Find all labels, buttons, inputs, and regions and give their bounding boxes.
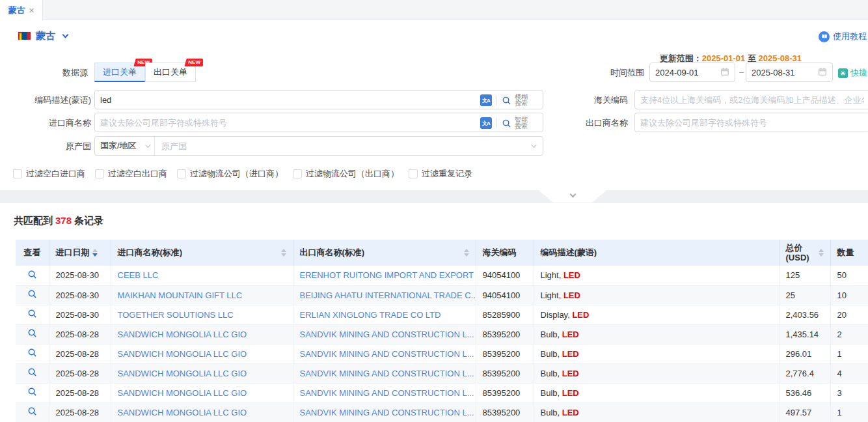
led-highlight: LED — [562, 388, 579, 398]
col-exporter[interactable]: 出口商名称(标准) — [293, 240, 476, 266]
search-icon — [502, 96, 511, 106]
cell-total: 536.46 — [779, 383, 830, 402]
importer-link[interactable]: SANDWICH MONGOLIA LLC GIO — [118, 349, 247, 359]
exporter-link[interactable]: SANDVIK MINING AND CONSTRUCTION L... — [300, 388, 474, 398]
led-highlight: LED — [563, 290, 580, 300]
cell-date: 2025-08-28 — [49, 363, 111, 383]
checkbox[interactable] — [293, 169, 302, 178]
importer-link[interactable]: SANDWICH MONGOLIA LLC GIO — [118, 369, 247, 378]
exporter-link[interactable]: ERENHOT RUITONG IMPORT AND EXPORT ... — [300, 270, 476, 280]
filter-checkboxes: 过滤空白进口商 过滤空白出口商 过滤物流公司（进口商） 过滤物流公司（出口商） … — [13, 168, 472, 180]
checkbox[interactable] — [177, 169, 186, 178]
importer-link[interactable]: SANDWICH MONGOLIA LLC GIO — [118, 388, 247, 398]
end-date-input[interactable]: 2025-08-31 — [746, 63, 833, 82]
exporter-link[interactable]: SANDVIK MINING AND CONSTRUCTION L... — [300, 408, 474, 417]
exporter-link[interactable]: BEIJING AHATU INTERNATIONAL TRADE C... — [300, 290, 476, 300]
close-icon[interactable]: × — [29, 6, 34, 15]
exporter-link[interactable]: ERLIAN XINGLONG TRADE CO LTD — [300, 310, 441, 320]
view-record-button[interactable] — [27, 387, 37, 397]
view-record-button[interactable] — [27, 328, 37, 338]
cell-date: 2025-08-30 — [49, 266, 111, 285]
translate-icon[interactable]: 文A — [480, 117, 492, 129]
hs-code-input[interactable] — [634, 90, 868, 109]
checkbox-blank-importer[interactable]: 过滤空白进口商 — [13, 168, 85, 180]
tab-export-declarations[interactable]: 出口关单 NEW — [145, 63, 196, 82]
cell-total: 1,435.14 — [779, 324, 830, 344]
col-importer[interactable]: 进口商名称(标准) — [111, 240, 293, 266]
sort-icon[interactable] — [464, 249, 469, 257]
importer-link[interactable]: TOGETHER SOLUTIONS LLC — [118, 310, 234, 320]
smart-search-label: 智能搜索 — [515, 117, 529, 130]
results-table: 查看 进口日期 进口商名称(标准) — [16, 240, 868, 422]
importer-link[interactable]: MAIKHAN MOUNTAIN GIFT LLC — [118, 290, 243, 300]
col-import-date[interactable]: 进口日期 — [49, 240, 111, 266]
origin-region-select[interactable]: 国家/地区 — [95, 137, 155, 155]
translate-icon[interactable]: 文A — [480, 94, 492, 106]
importer-link[interactable]: CEEB LLC — [118, 270, 159, 280]
tab-mongolia[interactable]: 蒙古 × — [0, 0, 43, 20]
checkbox[interactable] — [13, 169, 22, 178]
date-separator: – — [739, 67, 744, 77]
fuzzy-search-button[interactable]: 模糊搜索 — [502, 94, 529, 107]
checkbox[interactable] — [409, 169, 418, 178]
checkbox-blank-exporter[interactable]: 过滤空白出口商 — [95, 168, 167, 180]
cell-desc: Bulb, LED — [534, 383, 779, 402]
cell-total: 497.57 — [779, 402, 830, 422]
exporter-link[interactable]: SANDVIK MINING AND CONSTRUCTION L... — [300, 330, 474, 339]
view-record-button[interactable] — [27, 309, 37, 318]
mongolia-flag-icon — [18, 31, 31, 40]
new-badge: NEW — [184, 59, 203, 66]
importer-input[interactable] — [94, 113, 543, 132]
smart-search-button[interactable]: 智能搜索 — [502, 117, 529, 130]
col-qty: 数量 — [830, 240, 868, 266]
importer-link[interactable]: SANDWICH MONGOLIA LLC GIO — [118, 408, 247, 417]
cell-desc: Display, LED — [534, 305, 779, 324]
sort-icon[interactable] — [819, 249, 824, 257]
data-source-label: 数据源 — [0, 67, 88, 79]
origin-input[interactable] — [155, 141, 531, 151]
checkbox-logistics-exporter[interactable]: 过滤物流公司（出口商） — [293, 168, 399, 180]
checkbox-duplicate-records[interactable]: 过滤重复记录 — [409, 168, 472, 180]
view-record-button[interactable] — [27, 289, 37, 299]
view-record-button[interactable] — [27, 270, 37, 279]
chevron-down-icon[interactable] — [62, 32, 69, 38]
exporter-input[interactable] — [634, 113, 868, 132]
data-source-tabs: 进口关单 NEW 出口关单 NEW — [94, 63, 196, 82]
view-record-button[interactable] — [27, 348, 37, 358]
cell-qty: 10 — [830, 285, 868, 305]
code-desc-input-icons: 文A 模糊搜索 — [480, 94, 529, 107]
quick-select-icon — [838, 68, 848, 78]
table-row: 2025-08-28 SANDWICH MONGOLIA LLC GIO SAN… — [16, 344, 868, 363]
sort-icon[interactable] — [92, 249, 98, 257]
start-date-input[interactable]: 2024-09-01 — [649, 63, 735, 82]
sort-icon[interactable] — [281, 249, 286, 257]
update-range-to-word: 至 — [748, 53, 756, 63]
cell-total: 2,403.56 — [779, 305, 830, 324]
result-count-line: 共匹配到378条记录 — [14, 215, 103, 227]
code-desc-input[interactable] — [94, 90, 543, 109]
view-record-button[interactable] — [27, 406, 37, 416]
view-record-button[interactable] — [27, 367, 37, 377]
checkbox[interactable] — [95, 169, 104, 178]
quick-select-link[interactable]: 快捷 — [838, 67, 867, 79]
table-row: 2025-08-30 MAIKHAN MOUNTAIN GIFT LLC BEI… — [16, 285, 868, 305]
cell-total: 25 — [779, 285, 830, 305]
cell-desc: Bulb, LED — [534, 344, 779, 363]
table-row: 2025-08-30 TOGETHER SOLUTIONS LLC ERLIAN… — [16, 305, 868, 324]
cell-hs-code: 85395200 — [476, 344, 534, 363]
time-range-label: 时间范围 — [586, 67, 644, 79]
col-total-usd[interactable]: 总价 (USD) — [779, 240, 830, 266]
exporter-link[interactable]: SANDVIK MINING AND CONSTRUCTION L... — [300, 349, 474, 359]
result-suffix: 条记录 — [74, 215, 103, 226]
importer-link[interactable]: SANDWICH MONGOLIA LLC GIO — [118, 330, 247, 339]
tutorial-link[interactable]: 使用教程 — [819, 31, 867, 42]
collapse-panel-button[interactable] — [539, 190, 606, 203]
checkbox-logistics-importer[interactable]: 过滤物流公司（进口商） — [177, 168, 283, 180]
tab-import-declarations[interactable]: 进口关单 NEW — [94, 63, 145, 82]
cell-date: 2025-08-30 — [49, 285, 111, 305]
table-row: 2025-08-28 SANDWICH MONGOLIA LLC GIO SAN… — [16, 383, 868, 402]
table-row: 2025-08-28 SANDWICH MONGOLIA LLC GIO SAN… — [16, 324, 868, 344]
cell-qty: 1 — [830, 344, 868, 363]
exporter-link[interactable]: SANDVIK MINING AND CONSTRUCTION L... — [300, 369, 474, 378]
cell-qty: 2 — [830, 324, 868, 344]
